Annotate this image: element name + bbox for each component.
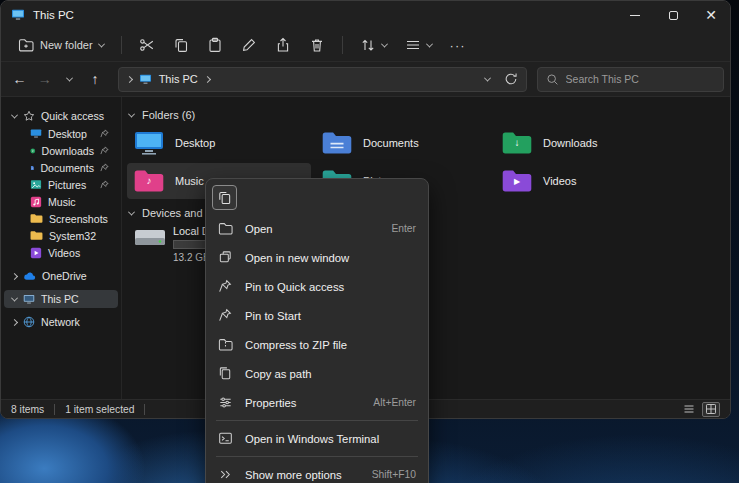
sidebar-item-screenshots[interactable]: Screenshots <box>4 210 118 227</box>
menu-item-open-in-windows-terminal[interactable]: Open in Windows Terminal <box>210 424 424 453</box>
view-button[interactable] <box>398 32 439 58</box>
menu-item-pin-to-quick-access[interactable]: Pin to Quick access <box>210 272 424 301</box>
copy-button[interactable] <box>166 32 196 58</box>
navigation-bar: ← → ↑ This PC <box>1 62 730 97</box>
breadcrumb[interactable]: This PC <box>159 73 198 85</box>
sidebar-item-desktop[interactable]: Desktop <box>4 125 118 142</box>
chevron-right-icon[interactable] <box>11 318 18 325</box>
items-count: 8 items <box>11 404 44 415</box>
folders-section-header[interactable]: Folders (6) <box>129 109 195 121</box>
sidebar-item-music[interactable]: Music <box>4 193 118 210</box>
sidebar-item-label: Pictures <box>48 179 86 191</box>
folder-tile-documents[interactable]: Documents <box>315 125 499 161</box>
desktop-background: This PC ✕ New folder <box>0 0 739 483</box>
sidebar-item-system32[interactable]: System32 <box>4 227 118 244</box>
status-separator <box>144 404 145 415</box>
quick-copy-button[interactable] <box>212 185 237 210</box>
recent-locations-button[interactable] <box>57 66 82 92</box>
quick-access-star-icon <box>23 110 35 122</box>
pin-icon <box>100 180 109 189</box>
menu-item-copy-as-path[interactable]: Copy as path <box>210 359 424 388</box>
view-list-icon <box>405 37 421 53</box>
forward-button[interactable]: → <box>32 66 57 92</box>
maximize-button[interactable] <box>654 1 692 29</box>
up-icon: ↑ <box>92 71 99 87</box>
onedrive-cloud-icon <box>23 271 36 281</box>
see-more-button[interactable]: ··· <box>443 32 473 58</box>
minimize-button[interactable] <box>616 1 654 29</box>
sort-button[interactable] <box>353 32 394 58</box>
chevron-down-icon[interactable] <box>11 111 18 118</box>
pin-icon <box>218 308 233 323</box>
folder-tile-downloads[interactable]: ↓ Downloads <box>495 125 679 161</box>
back-button[interactable]: ← <box>7 66 32 92</box>
downloads-folder-icon: ↓ <box>501 130 533 156</box>
context-menu: Open Enter Open in new window Pin to Qui… <box>205 178 429 483</box>
videos-icon <box>30 247 42 259</box>
sidebar-item-quick-access[interactable]: Quick access <box>4 107 118 125</box>
sidebar-item-this-pc[interactable]: This PC <box>4 290 118 308</box>
new-folder-button[interactable]: New folder <box>11 32 111 58</box>
pin-icon <box>100 163 109 172</box>
sidebar-item-onedrive[interactable]: OneDrive <box>4 267 118 285</box>
sidebar-item-documents[interactable]: Documents <box>4 159 118 176</box>
menu-item-properties[interactable]: Properties Alt+Enter <box>210 388 424 417</box>
sidebar-item-pictures[interactable]: Pictures <box>4 176 118 193</box>
search-input[interactable] <box>566 73 715 85</box>
chevron-right-icon[interactable] <box>11 272 18 279</box>
sidebar-item-label: Desktop <box>48 128 87 140</box>
sidebar-item-downloads[interactable]: Downloads <box>4 142 118 159</box>
chevron-down-icon <box>128 110 135 117</box>
more-icon: ··· <box>450 38 466 53</box>
paste-button[interactable] <box>200 32 230 58</box>
folder-tile-videos[interactable]: ▶ Videos <box>495 163 679 199</box>
search-icon <box>546 73 559 86</box>
menu-item-compress-to-zip[interactable]: Compress to ZIP file <box>210 330 424 359</box>
sidebar-item-videos[interactable]: Videos <box>4 244 118 261</box>
chevron-right-icon <box>204 75 211 82</box>
search-box[interactable] <box>537 67 724 92</box>
details-view-button[interactable] <box>680 402 698 417</box>
toolbar-separator <box>342 36 343 54</box>
delete-button[interactable] <box>302 32 332 58</box>
this-pc-icon <box>11 9 25 21</box>
command-toolbar: New folder ··· <box>1 29 730 62</box>
shortcut-label: Shift+F10 <box>372 469 416 480</box>
documents-folder-icon <box>321 130 353 156</box>
chevron-down-icon <box>426 40 433 47</box>
rename-button[interactable] <box>234 32 264 58</box>
folder-tile-desktop[interactable]: Desktop <box>127 125 311 161</box>
chevron-down-icon[interactable] <box>11 294 18 301</box>
sidebar-item-label: Documents <box>40 162 94 174</box>
address-dropdown-icon[interactable] <box>484 74 491 81</box>
music-folder-icon: ♪ <box>133 168 165 194</box>
back-icon: ← <box>13 71 27 87</box>
menu-item-open[interactable]: Open Enter <box>210 214 424 243</box>
copy-path-icon <box>218 366 233 381</box>
address-bar[interactable]: This PC <box>118 67 527 92</box>
new-window-icon <box>218 250 233 265</box>
new-folder-icon <box>18 37 34 53</box>
sidebar-item-network[interactable]: Network <box>4 313 118 331</box>
menu-item-pin-to-start[interactable]: Pin to Start <box>210 301 424 330</box>
close-button[interactable]: ✕ <box>692 1 730 29</box>
window-controls: ✕ <box>616 1 730 29</box>
folder-tile-label: Documents <box>363 137 419 149</box>
menu-divider <box>216 456 418 457</box>
menu-item-show-more-options[interactable]: Show more options Shift+F10 <box>210 460 424 483</box>
cut-button[interactable] <box>132 32 162 58</box>
large-icons-view-icon <box>705 403 717 415</box>
sidebar-item-label: Quick access <box>41 110 104 122</box>
sidebar-item-label: Videos <box>48 247 80 259</box>
menu-item-open-new-window[interactable]: Open in new window <box>210 243 424 272</box>
shortcut-label: Enter <box>391 223 416 234</box>
folder-icon <box>30 230 43 241</box>
desktop-icon <box>133 130 165 156</box>
refresh-icon[interactable] <box>504 72 518 86</box>
cut-icon <box>139 37 155 53</box>
large-icons-view-button[interactable] <box>702 402 720 417</box>
share-button[interactable] <box>268 32 298 58</box>
up-button[interactable]: ↑ <box>82 66 107 92</box>
new-folder-label: New folder <box>40 39 93 51</box>
folder-tile-label: Videos <box>543 175 576 187</box>
